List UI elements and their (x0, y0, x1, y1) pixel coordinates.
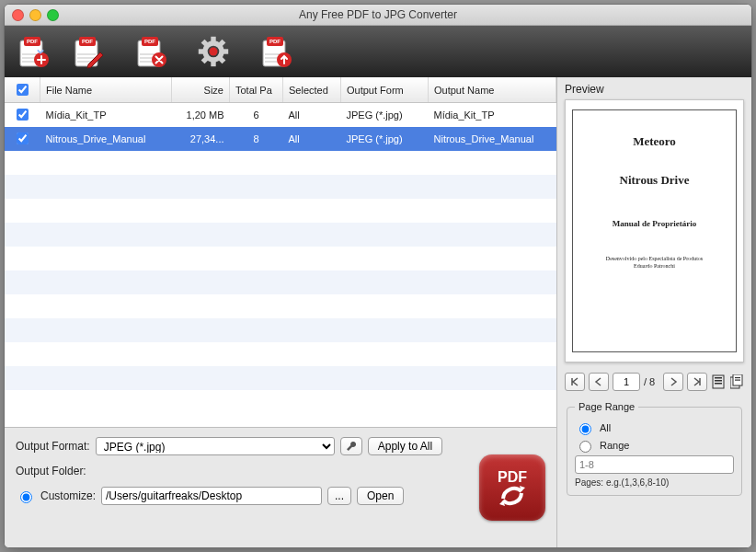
table-row-empty (5, 175, 556, 199)
customize-label: Customize: (40, 489, 96, 502)
output-format-select[interactable]: JPEG (*.jpg) (96, 437, 335, 455)
svg-rect-40 (715, 380, 722, 382)
header-size[interactable]: Size (172, 77, 230, 103)
pdf-edit-icon: PDF (70, 33, 107, 70)
cell-output-format: JPEG (*.jpg) (341, 103, 429, 127)
table-row-empty (5, 151, 556, 175)
file-table: File Name Size Total Pa Selected Output … (5, 77, 556, 427)
page-number-input[interactable] (613, 373, 640, 391)
table-row-empty (5, 366, 556, 390)
page-range-range[interactable]: Range (575, 438, 734, 453)
apply-to-all-button[interactable]: Apply to All (368, 437, 442, 455)
preview-label: Preview (565, 83, 744, 96)
cell-selected: All (283, 127, 341, 151)
svg-rect-9 (77, 57, 96, 59)
table-row-empty (5, 318, 556, 342)
table-row[interactable]: Nitrous_Drive_Manual27,34...8AllJPEG (*.… (5, 127, 556, 151)
row-checkbox[interactable] (17, 109, 29, 121)
cell-size: 27,34... (172, 127, 230, 151)
cell-output-name: Mídia_Kit_TP (429, 103, 556, 127)
cell-output-name: Nitrous_Drive_Manual (429, 127, 556, 151)
preview-heading-3: Manual de Proprietário (613, 219, 696, 228)
cell-total-pages: 8 (230, 127, 283, 151)
next-page-icon (669, 377, 678, 386)
output-folder-input[interactable] (101, 487, 322, 505)
pdf-remove-icon: PDF (132, 33, 169, 70)
svg-rect-8 (77, 53, 96, 55)
first-page-icon (570, 377, 579, 386)
header-output-format[interactable]: Output Form (341, 77, 429, 103)
app-window: Any Free PDF to JPG Converter PDF (4, 4, 752, 548)
cell-total-pages: 6 (230, 103, 283, 127)
svg-rect-45 (735, 380, 740, 381)
gear-icon (197, 35, 230, 68)
preview-page: Meteoro Nitrous Drive Manual de Propriet… (565, 99, 744, 362)
window-title: Any Free PDF to JPG Converter (5, 8, 751, 21)
page-range-hint: Pages: e.g.(1,3,6,8-10) (575, 477, 734, 488)
output-format-settings-button[interactable] (340, 437, 362, 455)
header-total-pages[interactable]: Total Pa (230, 77, 283, 103)
preview-heading-2: Nitrous Drive (620, 173, 690, 188)
header-output-name[interactable]: Output Name (429, 77, 556, 103)
convert-button[interactable]: PDF (257, 32, 295, 71)
customize-radio[interactable]: Customize: (16, 489, 96, 503)
cell-output-format: JPEG (*.jpg) (341, 127, 429, 151)
header-filename[interactable]: File Name (40, 77, 172, 103)
cell-filename: Nitrous_Drive_Manual (40, 127, 172, 151)
wrench-icon (346, 441, 357, 452)
add-file-button[interactable]: PDF (14, 32, 52, 71)
table-row[interactable]: Mídia_Kit_TP1,20 MB6AllJPEG (*.jpg)Mídia… (5, 103, 556, 127)
table-row-empty (5, 223, 556, 247)
svg-rect-44 (735, 377, 740, 378)
svg-point-29 (210, 48, 218, 56)
table-row-empty (5, 270, 556, 294)
page-range-input[interactable] (575, 455, 734, 474)
output-panel: Output Format: JPEG (*.jpg) Apply to All… (5, 427, 556, 547)
settings-button[interactable] (194, 32, 233, 71)
maximize-button[interactable] (47, 9, 59, 21)
table-row-empty (5, 199, 556, 223)
preview-heading-1: Meteoro (633, 134, 676, 149)
minimize-button[interactable] (29, 9, 41, 21)
svg-text:PDF: PDF (82, 39, 93, 44)
cell-selected: All (283, 103, 341, 127)
output-folder-label: Output Folder: (16, 465, 468, 477)
page-total-label: / 8 (644, 376, 655, 387)
pdf-convert-icon: PDF (258, 33, 294, 70)
edit-file-button[interactable]: PDF (69, 32, 108, 71)
first-page-button[interactable] (565, 373, 585, 391)
svg-text:PDF: PDF (269, 39, 281, 44)
header-selected[interactable]: Selected (283, 77, 341, 103)
last-page-icon (693, 377, 702, 386)
browse-folder-button[interactable]: ... (327, 487, 351, 505)
multi-page-view-button[interactable] (729, 374, 744, 390)
row-checkbox[interactable] (17, 132, 29, 144)
page-navigator: / 8 (565, 370, 744, 394)
convert-big-button[interactable]: PDF (479, 454, 545, 521)
table-header-row: File Name Size Total Pa Selected Output … (5, 77, 556, 103)
page-range-all[interactable]: All (575, 420, 734, 435)
cell-filename: Mídia_Kit_TP (40, 103, 172, 127)
preview-small-1: Desenvolvido pelo Especialista de Produt… (606, 256, 703, 263)
multi-page-icon (730, 374, 743, 389)
close-button[interactable] (12, 9, 24, 21)
next-page-button[interactable] (663, 373, 683, 391)
svg-text:PDF: PDF (498, 469, 527, 485)
preview-small-2: Eduardo Patronchi (634, 263, 675, 270)
pdf-convert-big-icon: PDF (485, 460, 540, 515)
left-pane: File Name Size Total Pa Selected Output … (5, 77, 557, 547)
page-range-legend: Page Range (575, 401, 638, 412)
prev-page-icon (594, 377, 603, 386)
page-range-group: Page Range All Range Pages: e.g.(1,3,6,8… (567, 401, 742, 496)
single-page-view-button[interactable] (711, 374, 726, 390)
header-checkbox[interactable] (5, 77, 40, 103)
toolbar: PDF PDF PDF (5, 26, 751, 77)
prev-page-button[interactable] (589, 373, 609, 391)
open-folder-button[interactable]: Open (357, 487, 404, 505)
titlebar: Any Free PDF to JPG Converter (5, 5, 751, 26)
add-file-dropdown[interactable] (36, 32, 45, 71)
last-page-button[interactable] (687, 373, 707, 391)
table-row-empty (5, 342, 556, 366)
output-format-label: Output Format: (16, 440, 90, 453)
remove-file-button[interactable]: PDF (132, 32, 170, 71)
